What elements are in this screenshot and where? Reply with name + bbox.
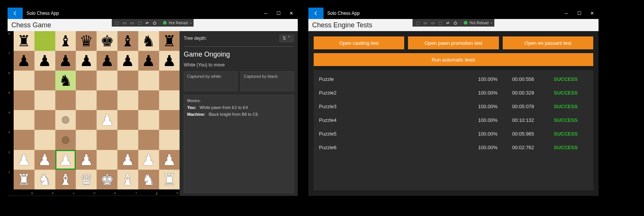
white-b-piece[interactable]: ♝ [121, 172, 134, 187]
board-square[interactable] [159, 130, 180, 150]
maximize-button[interactable]: ☐ [573, 8, 586, 19]
board-square[interactable]: ♜ [159, 31, 180, 51]
board-square[interactable] [34, 71, 55, 90]
board-square[interactable] [55, 130, 76, 150]
black-p-piece[interactable]: ♟ [163, 53, 176, 68]
white-b-piece[interactable]: ♝ [59, 172, 72, 187]
board-square[interactable]: ♟ [34, 51, 55, 71]
toolbar-icon[interactable]: ⇄ [445, 20, 450, 25]
board-square[interactable] [138, 71, 159, 90]
board-square[interactable] [14, 71, 34, 90]
board-square[interactable]: ♟ [138, 51, 159, 71]
toolbar-icon[interactable]: ⏻ [453, 20, 458, 25]
board-square[interactable] [117, 130, 138, 150]
black-b-piece[interactable]: ♝ [59, 33, 72, 49]
toolbar-icon[interactable]: ⬚ [438, 20, 443, 25]
black-p-piece[interactable]: ♟ [80, 53, 93, 68]
toolbar-icon[interactable]: ▭ [129, 20, 134, 25]
board-square[interactable]: ♝ [117, 170, 138, 189]
close-button[interactable]: ✕ [285, 8, 298, 19]
chess-board[interactable]: 8♜♝♛♚♝♞♜7♟♟♟♟♟♟♟♟6♞54♟32♟♟♟♟♟♟♟1♜♞♝♛♚♝♞♜… [8, 31, 180, 196]
black-k-piece[interactable]: ♚ [100, 33, 114, 49]
board-square[interactable] [159, 110, 180, 130]
board-square[interactable] [159, 90, 180, 110]
black-p-piece[interactable]: ♟ [38, 53, 52, 68]
white-p-piece[interactable]: ♟ [17, 152, 31, 167]
chevron-icon[interactable]: ‹ [190, 21, 191, 25]
black-q-piece[interactable]: ♛ [80, 33, 93, 49]
board-square[interactable] [97, 71, 117, 90]
black-p-piece[interactable]: ♟ [142, 53, 155, 68]
board-square[interactable]: ♛ [76, 170, 97, 189]
run-tests-button[interactable]: Run automatic tests [314, 53, 593, 66]
minimize-button[interactable]: ─ [560, 8, 573, 19]
white-r-piece[interactable]: ♜ [163, 172, 176, 187]
board-square[interactable] [97, 90, 117, 110]
board-square[interactable]: ♟ [159, 51, 180, 71]
board-square[interactable]: ♜ [14, 31, 34, 51]
board-square[interactable] [34, 90, 55, 110]
white-p-piece[interactable]: ♟ [80, 152, 93, 167]
board-square[interactable] [138, 130, 159, 150]
board-square[interactable]: ♜ [14, 170, 34, 189]
board-square[interactable] [14, 130, 34, 150]
maximize-button[interactable]: ☐ [272, 8, 285, 19]
black-r-piece[interactable]: ♜ [163, 33, 176, 49]
board-square[interactable]: ♟ [55, 51, 76, 71]
board-square[interactable]: ♟ [55, 150, 76, 170]
toolbar-icon[interactable]: ▭ [430, 20, 435, 25]
minimize-button[interactable]: ─ [259, 8, 272, 19]
board-square[interactable]: ♟ [14, 150, 34, 170]
toolbar-icon[interactable]: ⬚ [137, 20, 142, 25]
toolbar-icon[interactable]: ⇄ [144, 20, 150, 25]
open-promotion-button[interactable]: Open pawn promotion test [408, 36, 499, 49]
board-square[interactable] [138, 110, 159, 130]
board-square[interactable] [76, 90, 97, 110]
board-square[interactable]: ♟ [117, 150, 138, 170]
board-square[interactable] [14, 90, 34, 110]
toolbar-icon[interactable]: ⬚ [114, 20, 119, 25]
board-square[interactable]: ♟ [138, 150, 159, 170]
board-square[interactable]: ♟ [159, 150, 180, 170]
board-square[interactable]: ♟ [34, 150, 55, 170]
white-k-piece[interactable]: ♚ [100, 172, 114, 187]
back-button[interactable] [8, 8, 23, 19]
board-square[interactable]: ♟ [97, 51, 117, 71]
toolbar-icon[interactable]: ⏻ [152, 20, 157, 25]
black-n-piece[interactable]: ♞ [59, 73, 72, 88]
board-square[interactable] [76, 71, 97, 90]
black-b-piece[interactable]: ♝ [121, 33, 134, 49]
black-p-piece[interactable]: ♟ [121, 53, 134, 68]
board-square[interactable] [14, 110, 34, 130]
white-r-piece[interactable]: ♜ [17, 172, 31, 187]
board-square[interactable] [55, 110, 76, 130]
board-square[interactable]: ♟ [14, 51, 34, 71]
board-square[interactable] [138, 90, 159, 110]
black-r-piece[interactable]: ♜ [17, 33, 31, 49]
board-square[interactable] [117, 90, 138, 110]
board-square[interactable] [117, 110, 138, 130]
board-square[interactable] [97, 130, 117, 150]
board-square[interactable]: ♛ [76, 31, 97, 51]
board-square[interactable]: ♟ [117, 51, 138, 71]
board-square[interactable]: ♝ [55, 170, 76, 189]
black-p-piece[interactable]: ♟ [100, 53, 114, 68]
black-p-piece[interactable]: ♟ [59, 53, 72, 68]
white-p-piece[interactable]: ♟ [163, 152, 176, 167]
chevron-icon[interactable]: ‹ [491, 21, 492, 25]
board-square[interactable]: ♞ [34, 170, 55, 189]
hot-reload-toolbar[interactable]: ⬚ ▭ ▭ ⬚ ⇄ ⏻ | Hot Reload ‹ [112, 19, 194, 27]
white-p-piece[interactable]: ♟ [38, 152, 52, 167]
board-square[interactable]: ♟ [76, 150, 97, 170]
close-button[interactable]: ✕ [586, 8, 599, 19]
white-p-piece[interactable]: ♟ [142, 152, 155, 167]
open-enpassant-button[interactable]: Open en passant test [503, 36, 593, 49]
tree-depth-select[interactable]: 5 ˅ [279, 34, 294, 43]
board-square[interactable] [55, 90, 76, 110]
board-square[interactable]: ♚ [97, 31, 117, 51]
board-square[interactable] [34, 110, 55, 130]
black-p-piece[interactable]: ♟ [17, 53, 31, 68]
board-square[interactable] [34, 130, 55, 150]
toolbar-icon[interactable]: ▭ [422, 20, 428, 25]
board-square[interactable]: ♝ [55, 31, 76, 51]
